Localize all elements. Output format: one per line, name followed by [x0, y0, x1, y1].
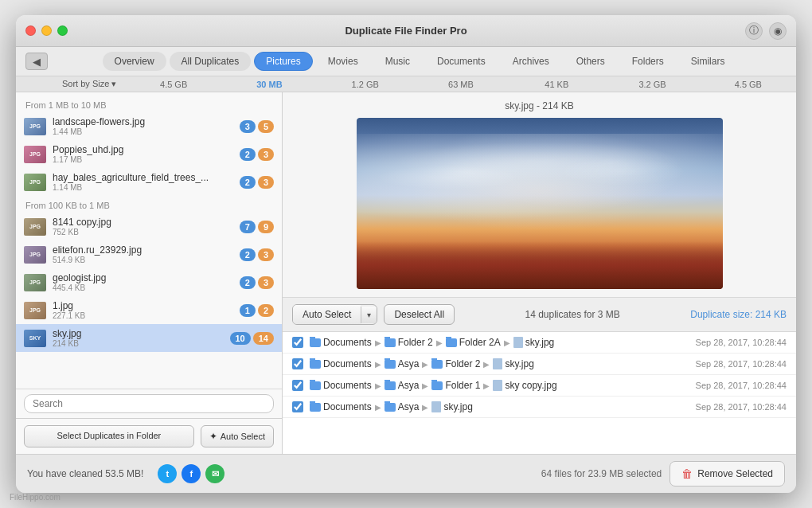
badge-total: 2 [258, 304, 274, 317]
files-selected-label: 64 files for 23.9 MB selected [541, 468, 662, 479]
tab-movies[interactable]: Movies [316, 52, 370, 71]
path-segment: Asya [398, 401, 420, 412]
sidebar: From 1 MB to 10 MB JPG landscape-flowers… [16, 92, 283, 454]
path-folder: Asya [385, 401, 420, 412]
row-checkbox-4[interactable] [292, 401, 303, 412]
size-bar-items: 4.5 GB 30 MB 1.2 GB 63 MB 41 KB 3.2 GB 4… [126, 80, 796, 89]
badge-group: 2 [240, 276, 256, 289]
rss-icon[interactable]: ◉ [769, 22, 787, 40]
sort-label[interactable]: Sort by Size ▾ [62, 79, 126, 89]
badge-group: 3 [240, 120, 256, 133]
search-input[interactable] [24, 394, 274, 413]
folder-icon [446, 338, 457, 347]
remove-selected-button[interactable]: 🗑 Remove Selected [670, 461, 785, 487]
path-folder: Asya [385, 380, 420, 391]
file-thumbnail: JPG [24, 274, 46, 291]
file-info: 1.jpg 227.1 KB [53, 300, 233, 320]
path-segment: Asya [398, 380, 420, 391]
window-title: Duplicate File Finder Pro [345, 25, 467, 37]
file-size: 1.14 MB [53, 183, 233, 192]
file-badges: 2 3 [240, 176, 274, 189]
tab-documents[interactable]: Documents [425, 52, 498, 71]
list-item[interactable]: JPG hay_bales_agriculture_field_trees_..… [16, 168, 282, 196]
list-item[interactable]: JPG geologist.jpg 445.4 KB 2 3 [16, 268, 282, 296]
file-size: 514.9 KB [53, 256, 233, 264]
path-folder: Documents [310, 358, 372, 369]
facebook-icon[interactable]: f [182, 464, 201, 483]
table-row: Documents ▶ Asya ▶ Folder 1 ▶ [283, 375, 796, 397]
list-item-selected[interactable]: SKY sky.jpg 214 KB 10 14 [16, 324, 282, 352]
path-segment: Folder 1 [445, 380, 480, 391]
sky-image [357, 118, 723, 289]
row-date: Sep 28, 2017, 10:28:44 [696, 381, 787, 390]
dup-count-label: 14 duplicates for 3 MB [461, 309, 684, 320]
tab-others[interactable]: Others [564, 52, 617, 71]
auto-select-button[interactable]: ✦ Auto Select [201, 425, 274, 447]
folder-icon [310, 403, 321, 412]
table-row: Documents ▶ Folder 2 ▶ Folder 2A ▶ [283, 332, 796, 354]
row-checkbox-2[interactable] [292, 358, 303, 369]
path-segment: Documents [323, 380, 372, 391]
back-button[interactable]: ◀ [25, 53, 48, 70]
dup-list: Documents ▶ Folder 2 ▶ Folder 2A ▶ [283, 332, 796, 454]
row-checkbox-3[interactable] [292, 380, 303, 391]
tabs-container: Overview All Duplicates Pictures Movies … [53, 52, 787, 71]
path-file: sky.jpg [513, 337, 554, 348]
badge-total: 3 [258, 248, 274, 261]
size-item-5: 3.2 GB [604, 80, 700, 89]
badge-group: 10 [230, 332, 251, 345]
list-item[interactable]: JPG landscape-flowers.jpg 1.44 MB 3 5 [16, 112, 282, 140]
social-icons: t f ✉ [158, 464, 224, 483]
close-button[interactable] [25, 25, 36, 36]
path-segment: Asya [398, 358, 420, 369]
content-area: From 1 MB to 10 MB JPG landscape-flowers… [16, 92, 796, 454]
row-checkbox-1[interactable] [292, 337, 303, 348]
tab-all-duplicates[interactable]: All Duplicates [170, 52, 252, 71]
tab-archives[interactable]: Archives [501, 52, 561, 71]
path-folder: Folder 2 [385, 337, 433, 348]
row-path: Documents ▶ Asya ▶ sky.jpg [310, 401, 689, 412]
bottom-bar: You have cleaned 53.5 MB! t f ✉ 64 files… [16, 454, 796, 493]
file-thumbnail: JPG [24, 218, 46, 236]
path-filename: sky.jpg [505, 358, 533, 369]
folder-icon [310, 360, 321, 369]
file-size: 214 KB [53, 339, 224, 348]
list-item[interactable]: JPG elitefon.ru_23929.jpg 514.9 KB 2 3 [16, 240, 282, 268]
folder-icon [431, 360, 443, 369]
trash-icon: 🗑 [681, 467, 693, 480]
tab-folders[interactable]: Folders [620, 52, 676, 71]
tab-overview[interactable]: Overview [103, 52, 166, 71]
tab-similars[interactable]: Similars [679, 52, 737, 71]
table-row: Documents ▶ Asya ▶ sky.jpg Sep 2 [283, 397, 796, 418]
list-item[interactable]: JPG 8141 copy.jpg 752 KB 7 9 [16, 213, 282, 240]
tab-music[interactable]: Music [373, 52, 422, 71]
deselect-all-button[interactable]: Deselect All [384, 304, 455, 325]
minimize-button[interactable] [41, 25, 52, 36]
maximize-button[interactable] [57, 25, 68, 36]
badge-total: 14 [253, 332, 274, 345]
watermark: FileHippo.com [10, 493, 61, 502]
auto-select-dropdown[interactable]: ▾ [361, 307, 377, 323]
path-segment: Documents [323, 358, 372, 369]
file-name: elitefon.ru_23929.jpg [53, 244, 233, 256]
list-item[interactable]: JPG Poppies_uhd.jpg 1.17 MB 2 3 [16, 140, 282, 168]
select-folder-button[interactable]: Select Duplicates in Folder [24, 425, 194, 447]
tab-pictures[interactable]: Pictures [254, 52, 312, 71]
path-segment: Documents [323, 337, 372, 348]
file-size: 227.1 KB [53, 311, 233, 320]
auto-select-label: Auto Select [221, 432, 265, 441]
group-header-1: From 1 MB to 10 MB [16, 96, 282, 112]
file-name: geologist.jpg [53, 272, 233, 283]
info-icon[interactable]: ⓘ [745, 22, 763, 40]
path-segment: Folder 2A [459, 337, 501, 348]
row-date: Sep 28, 2017, 10:28:44 [696, 359, 787, 369]
path-folder: Asya [385, 358, 420, 369]
email-icon[interactable]: ✉ [205, 464, 224, 483]
table-row: Documents ▶ Asya ▶ Folder 2 ▶ [283, 354, 796, 375]
file-badges: 2 3 [240, 276, 274, 289]
auto-select-main[interactable]: Auto Select [293, 305, 361, 324]
twitter-icon[interactable]: t [158, 464, 177, 483]
main-panel: sky.jpg - 214 KB Auto Select ▾ [283, 92, 796, 454]
file-thumbnail: SKY [24, 330, 46, 347]
list-item[interactable]: JPG 1.jpg 227.1 KB 1 2 [16, 296, 282, 324]
